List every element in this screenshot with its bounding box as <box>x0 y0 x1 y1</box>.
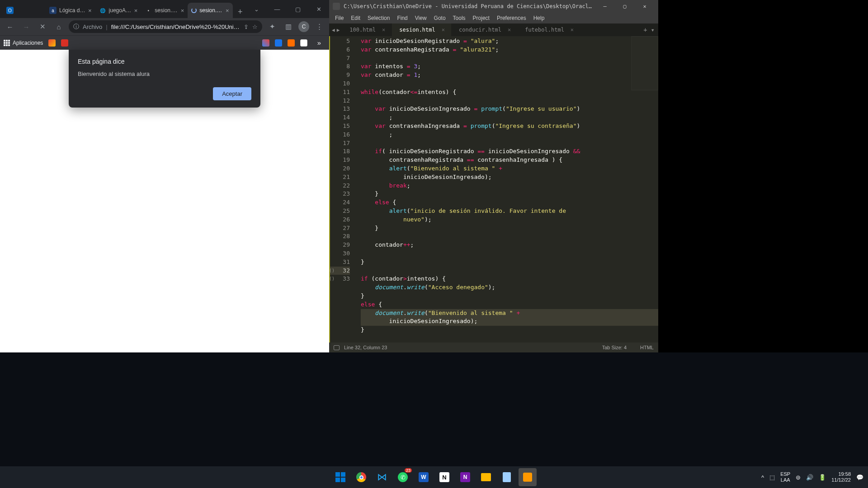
taskbar-onenote-icon[interactable]: N <box>456 468 474 486</box>
syntax-indicator[interactable]: HTML <box>640 345 654 350</box>
menu-help[interactable]: Help <box>530 14 548 22</box>
bookmark-item[interactable] <box>262 39 269 47</box>
bookmark-item[interactable] <box>275 39 282 47</box>
side-panel-icon[interactable]: ▥ <box>282 20 295 33</box>
close-icon[interactable]: × <box>442 27 445 33</box>
profile-avatar[interactable]: C <box>298 21 309 32</box>
menu-preferences[interactable]: Preferences <box>494 14 529 22</box>
clock[interactable]: 19:58 11/12/22 <box>831 471 851 483</box>
start-button[interactable] <box>331 468 349 486</box>
taskbar-explorer-icon[interactable] <box>477 468 495 486</box>
tab-back-icon[interactable]: ◀ <box>332 27 335 33</box>
code-content[interactable]: var inicioDeSesionRegistrado = "alura";v… <box>354 36 658 343</box>
wifi-icon[interactable]: ⊚ <box>796 474 801 481</box>
bookmark-item[interactable] <box>300 39 307 47</box>
editor-tab-conducir-html[interactable]: conducir.html× <box>452 23 518 36</box>
maximize-button[interactable]: ▢ <box>615 0 635 13</box>
taskbar-notepad-icon[interactable] <box>498 468 516 486</box>
battery-icon[interactable]: 🔋 <box>819 474 826 481</box>
extensions-icon[interactable]: ✦ <box>266 20 278 33</box>
forward-button[interactable]: → <box>20 20 33 33</box>
tray-app-icon[interactable]: ⬚ <box>769 474 775 481</box>
language-indicator[interactable]: ESP LAA <box>780 471 790 483</box>
bookmark-gmail[interactable] <box>48 39 56 47</box>
chrome-tab-2[interactable]: 🌐 juegoAdi… × <box>95 3 142 18</box>
taskbar-sublime-icon[interactable] <box>519 468 537 486</box>
tab-title: juegoAdi… <box>109 7 132 14</box>
close-icon[interactable]: × <box>382 27 385 33</box>
line-number: 22 <box>330 182 350 190</box>
line-number: 32 <box>330 267 350 275</box>
notifications-icon[interactable]: 💬 <box>856 474 863 481</box>
menu-selection[interactable]: Selection <box>364 14 393 22</box>
menu-project[interactable]: Project <box>470 14 493 22</box>
maximize-button[interactable]: ▢ <box>288 0 308 18</box>
bookmark-item[interactable] <box>288 39 295 47</box>
site-info-icon[interactable]: ⓘ <box>73 23 79 31</box>
new-tab-button[interactable]: + <box>235 5 246 18</box>
tab-history-nav: ◀ ▶ <box>329 23 342 36</box>
taskbar-chrome-icon[interactable] <box>352 468 370 486</box>
tab-size-indicator[interactable]: Tab Size: 4 <box>602 345 627 350</box>
line-number: 10 <box>330 80 350 88</box>
taskbar-vscode-icon[interactable]: ⋈ <box>373 468 391 486</box>
bookmark-star-icon[interactable]: ☆ <box>252 23 258 30</box>
apps-shortcut[interactable]: Aplicaciones <box>4 40 43 46</box>
close-icon[interactable]: × <box>226 7 229 14</box>
chrome-tabstrip: O a Lógica de … × 🌐 juegoAdi… × • sesion… <box>0 0 329 18</box>
editor-tab-sesion-html[interactable]: sesion.html× <box>392 23 452 36</box>
chrome-tab-0[interactable]: O <box>3 3 46 18</box>
tab-label: futebol.html <box>525 27 564 33</box>
tab-dropdown-icon[interactable]: ▾ <box>651 26 655 33</box>
line-number: 13 <box>330 105 350 113</box>
desktop-background <box>0 352 868 466</box>
minimize-button[interactable]: — <box>595 0 615 13</box>
bookmark-item[interactable] <box>61 39 68 47</box>
close-icon[interactable]: × <box>181 7 184 14</box>
share-icon[interactable]: ⇪ <box>244 23 249 30</box>
close-button[interactable]: ✕ <box>635 0 655 13</box>
dialog-message: Bienvenido al sistema alura <box>78 70 251 77</box>
taskbar-word-icon[interactable]: W <box>415 468 433 486</box>
minimize-button[interactable]: — <box>267 0 288 18</box>
editor-tab-futebol-html[interactable]: futebol.html× <box>518 23 580 36</box>
back-button[interactable]: ← <box>4 20 16 33</box>
line-number: 6 <box>330 46 350 54</box>
apps-grid-icon <box>4 40 10 46</box>
bookmarks-overflow-icon[interactable]: » <box>313 37 326 49</box>
tab-title: sesion.ht… <box>155 7 178 14</box>
taskbar-whatsapp-icon[interactable]: ✆23 <box>394 468 412 486</box>
volume-icon[interactable]: 🔊 <box>806 474 813 481</box>
close-icon[interactable]: × <box>571 27 574 33</box>
close-icon[interactable]: × <box>88 7 92 14</box>
new-tab-button[interactable]: + <box>643 26 647 33</box>
home-button[interactable]: ⌂ <box>52 20 65 33</box>
chrome-viewport: Esta página dice Bienvenido al sistema a… <box>0 50 329 352</box>
chevron-down-icon[interactable]: ⌄ <box>246 0 267 18</box>
stop-reload-button[interactable]: ✕ <box>36 20 49 33</box>
chrome-tab-3[interactable]: • sesion.ht… × <box>141 3 188 18</box>
panel-switcher-icon[interactable] <box>334 345 340 350</box>
menu-find[interactable]: Find <box>394 14 410 22</box>
menu-edit[interactable]: Edit <box>348 14 363 22</box>
menu-kebab-icon[interactable]: ⋮ <box>313 20 326 33</box>
menu-file[interactable]: File <box>332 14 347 22</box>
accept-button[interactable]: Aceptar <box>213 87 251 100</box>
chrome-tab-4-active[interactable]: sesion.ht… × <box>188 3 232 18</box>
editor-tab-100-html[interactable]: 100.html× <box>342 23 392 36</box>
close-button[interactable]: ✕ <box>308 0 329 18</box>
svg-rect-2 <box>335 478 340 482</box>
taskbar-notion-icon[interactable]: N <box>435 468 453 486</box>
tray-chevron-icon[interactable]: ^ <box>761 474 764 481</box>
menu-view[interactable]: View <box>412 14 430 22</box>
sublime-titlebar: C:\Users\Cristhian\OneDrive - Universida… <box>329 0 658 13</box>
close-icon[interactable]: × <box>134 7 138 14</box>
menu-goto[interactable]: Goto <box>431 14 449 22</box>
address-bar[interactable]: ⓘ Archivo | file:///C:/Users/Cristhian/O… <box>69 20 262 33</box>
tab-forward-icon[interactable]: ▶ <box>337 27 340 33</box>
tab-label: 100.html <box>349 27 376 33</box>
menu-tools[interactable]: Tools <box>450 14 469 22</box>
chrome-tab-1[interactable]: a Lógica de … × <box>46 3 95 18</box>
close-icon[interactable]: × <box>508 27 511 33</box>
minimap[interactable] <box>631 36 658 90</box>
